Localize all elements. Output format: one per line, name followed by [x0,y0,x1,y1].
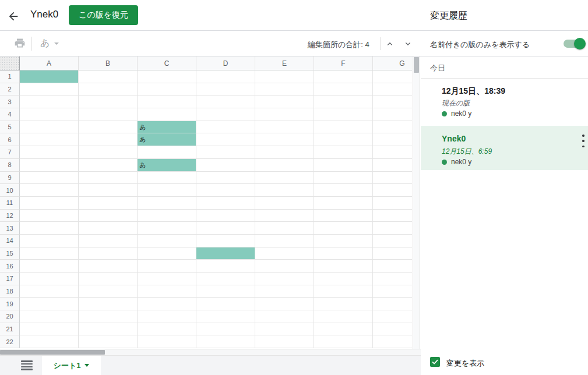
cell-A14[interactable] [20,235,79,247]
column-header-G[interactable]: G [373,56,412,70]
horizontal-scrollbar-thumb[interactable] [0,350,105,355]
cell-A6[interactable] [20,133,79,146]
column-header-A[interactable]: A [20,56,79,70]
cell-G13[interactable] [373,222,412,235]
cell-A18[interactable] [20,285,79,298]
cell-E3[interactable] [255,95,314,108]
row-header-19[interactable]: 19 [0,298,20,310]
cell-E12[interactable] [255,210,314,222]
column-header-C[interactable]: C [138,56,196,70]
cell-C20[interactable] [138,310,196,323]
font-style-icon[interactable]: あ [40,37,50,49]
cell-G11[interactable] [373,197,412,210]
cell-F5[interactable] [314,121,373,134]
cell-E5[interactable] [255,121,314,134]
cell-G8[interactable] [373,159,412,172]
cell-G20[interactable] [373,310,412,323]
row-header-16[interactable]: 16 [0,260,20,273]
version-item-selected[interactable]: Ynek0 12月15日、6:59 nek0 y [421,126,588,170]
row-header-11[interactable]: 11 [0,197,20,210]
cell-E14[interactable] [255,235,314,247]
cell-B7[interactable] [79,146,138,159]
cell-C22[interactable] [138,335,196,348]
cell-F22[interactable] [314,335,373,348]
row-header-7[interactable]: 7 [0,146,20,159]
cell-B4[interactable] [79,108,138,121]
cell-G7[interactable] [373,146,412,159]
cell-D6[interactable] [196,133,255,146]
cell-F1[interactable] [314,70,373,83]
cell-D20[interactable] [196,310,255,323]
cell-F6[interactable] [314,133,373,146]
column-header-E[interactable]: E [255,56,314,70]
cell-A13[interactable] [20,222,79,235]
cell-B16[interactable] [79,260,138,273]
cell-D2[interactable] [196,83,255,96]
cell-D7[interactable] [196,146,255,159]
cell-G4[interactable] [373,108,412,121]
cell-D4[interactable] [196,108,255,121]
cell-C17[interactable] [138,273,196,285]
row-header-12[interactable]: 12 [0,210,20,222]
cell-C4[interactable] [138,108,196,121]
row-header-2[interactable]: 2 [0,83,20,96]
cell-B19[interactable] [79,298,138,310]
more-options-icon[interactable] [579,135,587,147]
cell-B9[interactable] [79,172,138,185]
cell-B12[interactable] [79,210,138,222]
cell-A4[interactable] [20,108,79,121]
cell-B20[interactable] [79,310,138,323]
row-header-17[interactable]: 17 [0,273,20,285]
cell-C3[interactable] [138,95,196,108]
cell-F20[interactable] [314,310,373,323]
cell-C19[interactable] [138,298,196,310]
cell-C2[interactable] [138,83,196,96]
cell-D18[interactable] [196,285,255,298]
cell-G9[interactable] [373,172,412,185]
cell-B11[interactable] [79,197,138,210]
cell-G1[interactable] [373,70,412,83]
select-all-corner[interactable] [0,56,20,70]
cell-C5[interactable]: あ [138,121,196,134]
cell-D14[interactable] [196,235,255,247]
cell-A20[interactable] [20,310,79,323]
cell-F3[interactable] [314,95,373,108]
row-header-8[interactable]: 8 [0,159,20,172]
vertical-scrollbar-thumb[interactable] [414,57,419,73]
cell-C10[interactable] [138,184,196,197]
cell-D8[interactable] [196,159,255,172]
cell-B10[interactable] [79,184,138,197]
cell-D3[interactable] [196,95,255,108]
cell-E1[interactable] [255,70,314,83]
cell-A11[interactable] [20,197,79,210]
restore-version-button[interactable]: この版を復元 [69,5,138,25]
chevron-down-icon[interactable] [54,43,59,45]
cell-D19[interactable] [196,298,255,310]
cell-B18[interactable] [79,285,138,298]
cell-G10[interactable] [373,184,412,197]
cell-C16[interactable] [138,260,196,273]
vertical-scrollbar[interactable] [413,56,420,349]
cell-G17[interactable] [373,273,412,285]
cell-D9[interactable] [196,172,255,185]
row-header-21[interactable]: 21 [0,323,20,336]
row-header-9[interactable]: 9 [0,172,20,185]
cell-A10[interactable] [20,184,79,197]
cell-G22[interactable] [373,335,412,348]
cell-F7[interactable] [314,146,373,159]
cell-C6[interactable]: あ [138,133,196,146]
previous-edit-button[interactable] [385,39,395,48]
cell-E13[interactable] [255,222,314,235]
cell-E8[interactable] [255,159,314,172]
cell-F21[interactable] [314,323,373,336]
cell-D11[interactable] [196,197,255,210]
row-header-3[interactable]: 3 [0,95,20,108]
cell-F4[interactable] [314,108,373,121]
row-header-22[interactable]: 22 [0,335,20,348]
cell-D12[interactable] [196,210,255,222]
named-versions-toggle[interactable] [564,38,585,49]
cell-E11[interactable] [255,197,314,210]
cell-C13[interactable] [138,222,196,235]
cell-B8[interactable] [79,159,138,172]
cell-G19[interactable] [373,298,412,310]
